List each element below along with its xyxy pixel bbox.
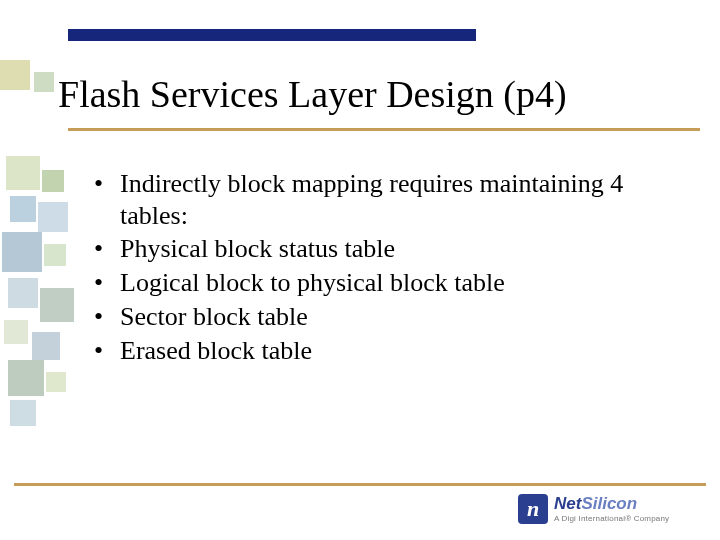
header-bar <box>68 29 476 41</box>
bullet-item: Logical block to physical block table <box>94 267 674 299</box>
bullet-item: Erased block table <box>94 335 674 367</box>
slide-title: Flash Services Layer Design (p4) <box>58 72 567 116</box>
logo-mark-glyph: n <box>527 498 539 520</box>
slide: Flash Services Layer Design (p4) Indirec… <box>0 0 720 540</box>
logo-brand: NetSilicon <box>554 495 669 512</box>
bullet-item: Physical block status table <box>94 233 674 265</box>
footer-rule <box>14 483 706 486</box>
netsilicon-logo: n NetSilicon A Digi International® Compa… <box>518 492 696 526</box>
bullet-item: Sector block table <box>94 301 674 333</box>
bullet-item: Indirectly block mapping requires mainta… <box>94 168 674 231</box>
logo-brand-bold: Net <box>554 494 581 513</box>
logo-mark-icon: n <box>518 494 548 524</box>
title-underline <box>68 128 700 131</box>
logo-tagline: A Digi International® Company <box>554 514 669 523</box>
slide-body: Indirectly block mapping requires mainta… <box>94 168 674 368</box>
logo-brand-light: Silicon <box>581 494 637 513</box>
